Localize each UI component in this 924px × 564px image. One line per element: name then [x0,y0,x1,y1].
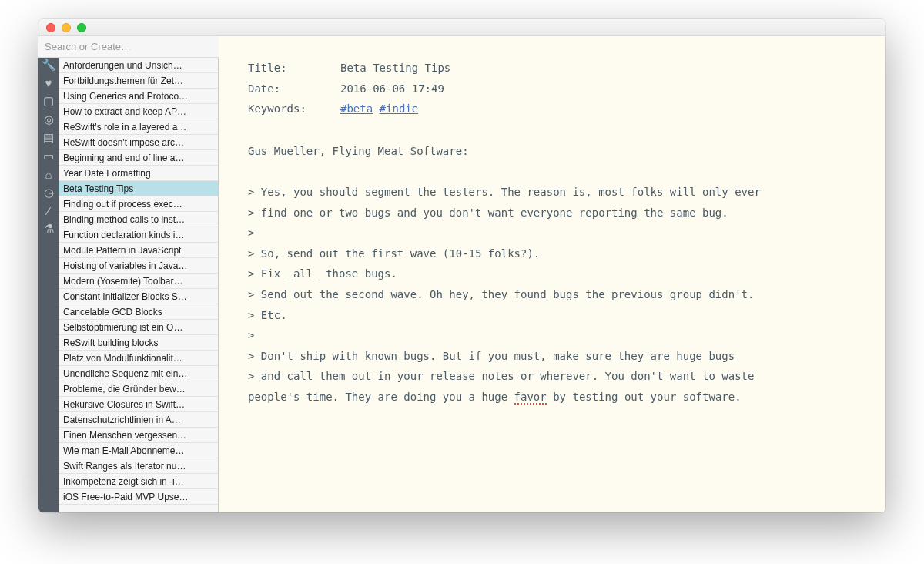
note-list-item[interactable]: ReSwift's role in a layered a… [59,119,218,135]
heart-icon[interactable]: ♥ [45,76,52,89]
meta-keywords-value: #beta #indie [340,99,418,119]
note-list-item[interactable]: Modern (Yosemite) Toolbar… [59,274,218,289]
window-content: 🔧♥▢◎▤▭⌂◷∕⚗ Anforderungen und Unsich…Fort… [38,36,886,512]
clock-icon[interactable]: ◷ [44,186,54,200]
note-body[interactable]: Gus Mueller, Flying Meat Software: > Yes… [248,141,856,408]
note-line: > [248,325,856,346]
meta-title-value: Beta Testing Tips [340,58,450,79]
note-line: > and call them out in your release note… [248,366,856,387]
search-input[interactable] [38,38,219,55]
tag-link-beta[interactable]: #beta [340,102,373,115]
board-icon[interactable]: ▤ [43,131,54,145]
note-list-item[interactable]: Rekursive Closures in Swift… [59,397,218,412]
note-list-item[interactable]: Beginning and end of line a… [59,150,218,166]
note-list-item[interactable]: Wie man E-Mail Abonneme… [59,443,218,458]
note-list-item[interactable]: Cancelable GCD Blocks [59,304,218,320]
note-list-item[interactable]: iOS Free-to-Paid MVP Upse… [59,489,218,505]
note-line: > Etc. [248,305,856,326]
home-icon[interactable]: ⌂ [45,168,52,181]
note-list-item[interactable]: Finding out if process exec… [59,196,218,212]
note-line: > find one or two bugs and you don't wan… [248,203,856,223]
note-list[interactable]: Anforderungen und Unsich…Fortbildungsthe… [59,58,218,512]
meta-keywords-label: Keywords: [248,99,340,119]
note-list-item[interactable]: Year Date Formatting [59,166,218,181]
wrench-icon[interactable]: 🔧 [42,58,56,72]
note-line: > Fix _all_ those bugs. [248,264,856,284]
note-list-item[interactable]: How to extract and keep AP… [59,104,218,119]
compass-icon[interactable]: ◎ [44,112,54,126]
note-list-item[interactable]: Beta Testing Tips [59,181,218,196]
note-list-item[interactable]: ReSwift building blocks [59,335,218,351]
note-list-item[interactable]: Einen Menschen vergessen… [59,428,218,443]
meta-date-label: Date: [248,79,340,99]
note-list-panel: Anforderungen und Unsich…Fortbildungsthe… [59,36,219,512]
note-list-item[interactable]: Binding method calls to inst… [59,212,218,227]
flask-icon[interactable]: ⚗ [44,222,54,236]
page-icon[interactable]: ▭ [43,149,54,163]
note-list-item[interactable]: Module Pattern in JavaScript [59,243,218,258]
note-line: > Yes, you should segment the testers. T… [248,182,856,203]
note-list-item[interactable]: Fortbildungsthemen für Zet… [59,73,218,89]
note-list-item[interactable]: Using Generics and Protoco… [59,89,218,104]
zoom-window-button[interactable] [77,23,86,32]
note-editor[interactable]: Title: Beta Testing Tips Date: 2016-06-0… [219,36,886,512]
tag-icon-rail: 🔧♥▢◎▤▭⌂◷∕⚗ [38,36,59,512]
note-line: > So, send out the first wave (10-15 fol… [248,243,856,264]
note-list-item[interactable]: Probleme, die Gründer bew… [59,381,218,397]
note-line: > [248,223,856,243]
note-list-item[interactable]: Datenschutzrichtlinien in A… [59,412,218,428]
traffic-lights [46,23,86,32]
pin-icon[interactable]: ∕ [48,204,50,217]
note-line: > Send out the second wave. Oh hey, they… [248,284,856,305]
note-list-item[interactable]: Anforderungen und Unsich… [59,58,218,73]
note-list-item[interactable]: Unendliche Sequenz mit ein… [59,366,218,381]
note-attribution: Gus Mueller, Flying Meat Software: [248,141,856,162]
note-line: > Don't ship with known bugs. But if you… [248,346,856,367]
search-bar [38,36,219,58]
note-list-item[interactable]: Swift Ranges als Iterator nu… [59,458,218,474]
meta-title-label: Title: [248,58,340,79]
minimize-window-button[interactable] [62,23,71,32]
close-window-button[interactable] [46,23,55,32]
note-list-item[interactable]: Hoisting of variables in Java… [59,258,218,274]
note-list-item[interactable]: ReSwift doesn't impose arc… [59,135,218,150]
app-window: 🔧♥▢◎▤▭⌂◷∕⚗ Anforderungen und Unsich…Fort… [38,19,886,512]
window-title-bar [38,19,886,36]
note-line: people's time. They are doing you a huge… [248,387,856,408]
note-list-item[interactable]: Constant Initializer Blocks S… [59,289,218,304]
tag-link-indie[interactable]: #indie [380,102,419,115]
note-list-item[interactable]: Function declaration kinds i… [59,227,218,243]
spellcheck-marker[interactable]: favor [514,391,547,405]
square-icon[interactable]: ▢ [43,94,54,108]
note-list-item[interactable]: Platz von Modulfunktionalit… [59,351,218,366]
note-list-item[interactable]: Selbstoptimierung ist ein O… [59,320,218,335]
note-list-item[interactable]: Inkompetenz zeigt sich in -i… [59,474,218,489]
meta-date-value: 2016-06-06 17:49 [340,79,444,99]
